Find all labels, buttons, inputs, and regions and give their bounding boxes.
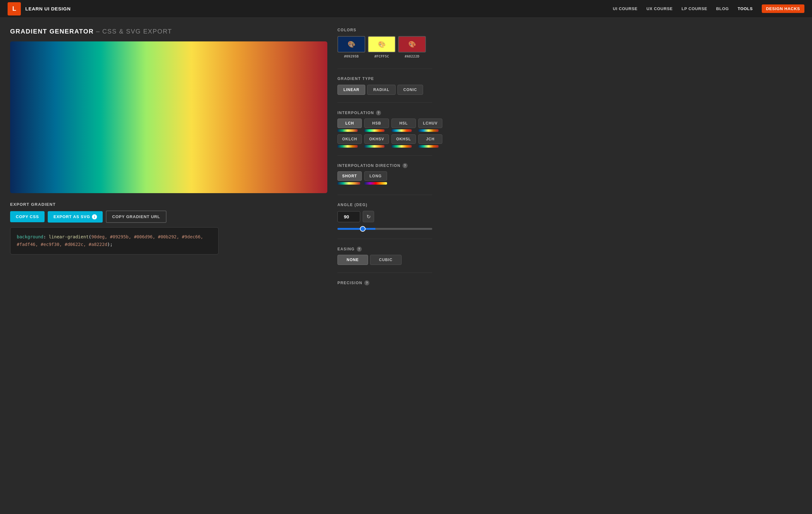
angle-section: ANGLE (DEG) ↻ bbox=[338, 203, 432, 231]
divider-6 bbox=[338, 273, 432, 273]
interp-hsb: HSB bbox=[364, 118, 388, 132]
colors-section: COLORS 🎨 #09295B 🎨 #FCFF5C 🎨 bbox=[338, 28, 432, 61]
color-swatch-1: 🎨 #09295B bbox=[338, 36, 365, 58]
site-title: LEARN UI DESIGN bbox=[25, 6, 71, 11]
precision-label: PRECISION bbox=[338, 281, 362, 285]
page-title: GRADIENT GENERATOR – CSS & SVG EXPORT bbox=[10, 28, 327, 35]
angle-slider[interactable] bbox=[338, 228, 432, 230]
divider-5 bbox=[338, 239, 432, 239]
interp-btn-lchuv[interactable]: LCHUV bbox=[418, 118, 442, 128]
interp-bar-okhsl bbox=[392, 145, 412, 148]
type-radial[interactable]: RADIAL bbox=[367, 85, 395, 95]
interp-direction-help-icon[interactable]: ? bbox=[403, 163, 408, 168]
interp-bar-lchuv bbox=[418, 129, 439, 132]
left-panel: GRADIENT GENERATOR – CSS & SVG EXPORT EX… bbox=[10, 28, 327, 289]
code-property: background bbox=[17, 234, 43, 239]
export-buttons: COPY CSS EXPORT AS SVG i COPY GRADIENT U… bbox=[10, 210, 327, 223]
export-section: EXPORT GRADIENT COPY CSS EXPORT AS SVG i… bbox=[10, 202, 327, 255]
interp-direction-label: INTERPOLATION DIRECTION bbox=[338, 164, 401, 168]
color-swatch-2: 🎨 #FCFF5C bbox=[368, 36, 396, 58]
interp-btn-lch[interactable]: LCH bbox=[338, 118, 362, 128]
hex-1: #09295B bbox=[344, 54, 358, 58]
swatch-yellow[interactable]: 🎨 bbox=[368, 36, 396, 53]
interp-hsl: HSL bbox=[392, 118, 416, 132]
page-title-subtitle: – CSS & SVG EXPORT bbox=[96, 28, 172, 35]
header: L LEARN UI DESIGN UI COURSE UX COURSE LP… bbox=[0, 0, 812, 18]
easing-help-icon[interactable]: ? bbox=[357, 247, 362, 252]
angle-label: ANGLE (DEG) bbox=[338, 203, 432, 207]
interp-bar-okhsv bbox=[364, 145, 384, 148]
precision-section: PRECISION ? bbox=[338, 280, 432, 289]
swatch-blue[interactable]: 🎨 bbox=[338, 36, 365, 53]
interpolation-help-icon[interactable]: ? bbox=[376, 110, 381, 115]
dir-long-btn[interactable]: LONG bbox=[364, 171, 387, 181]
color-swatch-3: 🎨 #A8222D bbox=[398, 36, 426, 58]
direction-buttons-row: SHORT LONG bbox=[338, 171, 432, 184]
interpolation-section: INTERPOLATION ? LCH HSB HSL LCHUV bbox=[338, 110, 432, 148]
interp-bar-hsl bbox=[392, 129, 412, 132]
rotate-button[interactable]: ↻ bbox=[363, 211, 374, 222]
interp-jch: JCH bbox=[418, 134, 442, 148]
interp-btn-hsb[interactable]: HSB bbox=[364, 118, 388, 128]
export-label: EXPORT GRADIENT bbox=[10, 202, 327, 207]
colors-row: 🎨 #09295B 🎨 #FCFF5C 🎨 #A8222D bbox=[338, 36, 432, 58]
precision-header: PRECISION ? bbox=[338, 280, 432, 285]
interp-lchuv: LCHUV bbox=[418, 118, 442, 132]
interp-btn-hsl[interactable]: HSL bbox=[392, 118, 416, 128]
interp-okhsl: OKHSL bbox=[392, 134, 416, 148]
dir-short-bar bbox=[338, 182, 360, 184]
code-box: background: linear-gradient(90deg, #0929… bbox=[10, 227, 219, 255]
hex-3: #A8222D bbox=[405, 54, 419, 58]
nav-blog[interactable]: BLOG bbox=[716, 6, 729, 11]
dir-long-bar bbox=[364, 182, 387, 184]
nav-tools[interactable]: TOOLS bbox=[738, 6, 753, 11]
info-icon: i bbox=[92, 214, 97, 219]
palette-icon-3: 🎨 bbox=[408, 40, 416, 48]
angle-input[interactable] bbox=[338, 211, 360, 222]
nav-lp-course[interactable]: LP COURSE bbox=[682, 6, 707, 11]
nav-ux-course[interactable]: UX COURSE bbox=[646, 6, 673, 11]
easing-cubic-btn[interactable]: CUBIC bbox=[370, 255, 402, 265]
nav-ui-course[interactable]: UI COURSE bbox=[613, 6, 638, 11]
interp-direction-header: INTERPOLATION DIRECTION ? bbox=[338, 163, 432, 168]
divider-2 bbox=[338, 103, 432, 103]
nav-design-hacks[interactable]: DESIGN HACKS bbox=[762, 4, 805, 13]
gradient-type-section: GRADIENT TYPE LINEAR RADIAL CONIC bbox=[338, 77, 432, 95]
precision-help-icon[interactable]: ? bbox=[364, 280, 369, 285]
divider-1 bbox=[338, 68, 432, 69]
type-conic[interactable]: CONIC bbox=[398, 85, 423, 95]
gradient-preview bbox=[10, 41, 327, 193]
interp-okhsv: OKHSV bbox=[364, 134, 388, 148]
interp-btn-jch[interactable]: JCH bbox=[418, 134, 442, 144]
palette-icon-2: 🎨 bbox=[378, 40, 386, 48]
angle-row: ↻ bbox=[338, 211, 432, 222]
gradient-type-label: GRADIENT TYPE bbox=[338, 77, 432, 81]
main-nav: UI COURSE UX COURSE LP COURSE BLOG TOOLS… bbox=[613, 4, 805, 13]
easing-header: EASING ? bbox=[338, 247, 432, 252]
interp-btn-okhsv[interactable]: OKHSV bbox=[364, 134, 388, 144]
hex-2: #FCFF5C bbox=[374, 54, 389, 58]
divider-4 bbox=[338, 195, 432, 195]
export-svg-button[interactable]: EXPORT AS SVG i bbox=[48, 211, 103, 223]
interp-bar-hsb bbox=[364, 129, 384, 132]
interp-bar-jch bbox=[418, 145, 439, 148]
easing-none-btn[interactable]: NONE bbox=[338, 255, 368, 265]
interpolation-header: INTERPOLATION ? bbox=[338, 110, 432, 115]
copy-css-button[interactable]: COPY CSS bbox=[10, 211, 45, 222]
interp-btn-okhsl[interactable]: OKHSL bbox=[392, 134, 416, 144]
dir-short-btn[interactable]: SHORT bbox=[338, 171, 362, 181]
interpolation-grid: LCH HSB HSL LCHUV OKLCH bbox=[338, 118, 432, 148]
interp-oklch: OKLCH bbox=[338, 134, 362, 148]
divider-3 bbox=[338, 155, 432, 155]
main-content: GRADIENT GENERATOR – CSS & SVG EXPORT EX… bbox=[0, 18, 442, 299]
logo-letter: L bbox=[12, 5, 16, 12]
right-panel: COLORS 🎨 #09295B 🎨 #FCFF5C 🎨 bbox=[338, 28, 432, 289]
interp-lch: LCH bbox=[338, 118, 362, 132]
swatch-red[interactable]: 🎨 bbox=[398, 36, 426, 53]
interp-btn-oklch[interactable]: OKLCH bbox=[338, 134, 362, 144]
interp-bar-lch bbox=[338, 129, 358, 132]
copy-url-button[interactable]: COPY GRADIENT URL bbox=[106, 210, 167, 223]
dir-short: SHORT bbox=[338, 171, 362, 184]
easing-buttons: NONE CUBIC bbox=[338, 255, 432, 265]
type-linear[interactable]: LINEAR bbox=[338, 85, 365, 95]
